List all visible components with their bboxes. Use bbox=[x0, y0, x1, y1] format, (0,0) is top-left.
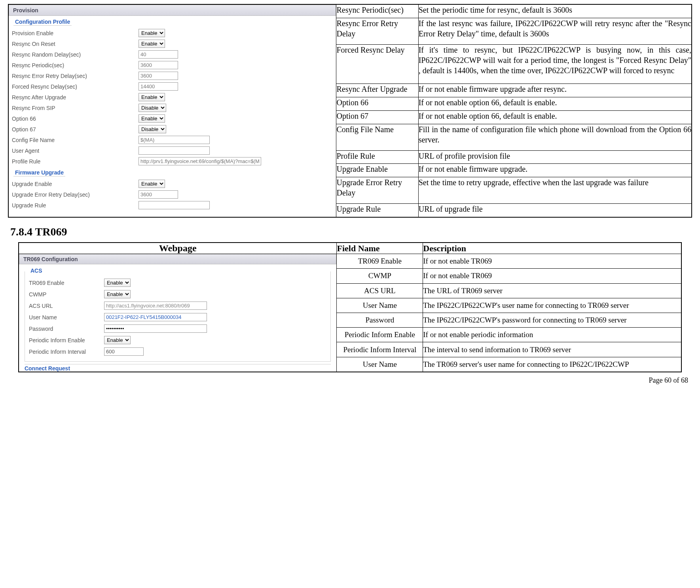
tr069-panel: TR069 Configuration ACS TR069 EnableEnab… bbox=[19, 254, 337, 372]
field-name-cell: Upgrade Rule bbox=[336, 204, 418, 218]
upgrade-rule-input[interactable] bbox=[138, 201, 210, 209]
description-cell: URL of profile provision file bbox=[418, 150, 692, 164]
resync-on-reset-select[interactable]: Enable bbox=[138, 40, 165, 48]
resync-random-delay-input[interactable] bbox=[138, 50, 178, 59]
user-agent-input[interactable] bbox=[138, 146, 210, 155]
description-cell: URL of upgrade file bbox=[418, 204, 692, 218]
field-name-cell: Periodic Inform Enable bbox=[337, 328, 423, 342]
tr069-table: Webpage Field Name Description TR069 Con… bbox=[18, 242, 682, 372]
provision-webpage-cell: Provision Configuration Profile Provisio… bbox=[8, 4, 336, 217]
upgrade-enable-label: Upgrade Enable bbox=[12, 180, 138, 188]
tr069-enable-select[interactable]: Enable bbox=[104, 279, 131, 287]
periodic-enable-select[interactable]: Enable bbox=[104, 336, 131, 344]
description-cell: The interval to send information to TR06… bbox=[423, 342, 681, 357]
field-name-cell: ACS URL bbox=[337, 283, 423, 298]
acs-legend: ACS bbox=[28, 267, 45, 274]
description-cell: If or not enable periodic information bbox=[423, 328, 681, 342]
provision-panel: Provision Configuration Profile Provisio… bbox=[9, 5, 336, 211]
resync-periodic-input[interactable] bbox=[138, 61, 178, 69]
password-input[interactable] bbox=[104, 324, 207, 333]
acs-section: ACS TR069 EnableEnable CWMPEnable ACS UR… bbox=[25, 271, 331, 362]
resync-error-retry-label: Resync Error Retry Delay(sec) bbox=[12, 72, 138, 80]
acs-url-input[interactable] bbox=[104, 302, 207, 310]
provision-table: Provision Configuration Profile Provisio… bbox=[8, 4, 692, 218]
resync-periodic-label: Resync Periodic(sec) bbox=[12, 62, 138, 69]
description-cell: If or not enable firmware upgrade. bbox=[418, 164, 692, 177]
field-name-cell: Profile Rule bbox=[336, 150, 418, 164]
field-name-cell: Resync Error Retry Delay bbox=[336, 18, 418, 45]
resync-random-delay-label: Resync Random Delay(sec) bbox=[12, 51, 138, 58]
field-name-cell: CWMP bbox=[337, 269, 423, 283]
upgrade-enable-select[interactable]: Enable bbox=[138, 180, 165, 188]
field-name-cell: User Name bbox=[337, 357, 423, 372]
upgrade-error-retry-input[interactable] bbox=[138, 190, 178, 199]
field-name-cell: Config File Name bbox=[336, 124, 418, 150]
section-heading: 7.8.4 TR069 bbox=[8, 226, 692, 238]
field-name-cell: User Name bbox=[337, 298, 423, 313]
periodic-interval-label: Periodic Inform Interval bbox=[29, 349, 104, 355]
config-file-name-label: Config File Name bbox=[12, 137, 138, 144]
field-name-cell: Option 67 bbox=[336, 110, 418, 124]
firmware-legend: Firmware Upgrade bbox=[13, 169, 65, 176]
resync-from-sip-select[interactable]: Disable bbox=[138, 104, 166, 112]
description-cell: If it's time to resync, but IP622C/IP622… bbox=[418, 44, 692, 83]
option66-label: Option 66 bbox=[12, 115, 138, 122]
password-label: Password bbox=[29, 326, 104, 332]
provision-enable-label: Provision Enable bbox=[12, 30, 138, 37]
option66-select[interactable]: Enable bbox=[138, 114, 165, 123]
field-name-cell: Forced Resync Delay bbox=[336, 44, 418, 83]
resync-after-upgrade-select[interactable]: Enable bbox=[138, 93, 165, 101]
connect-request-legend: Connect Request bbox=[25, 364, 331, 372]
cwmp-label: CWMP bbox=[29, 291, 104, 298]
description-cell: If or not enable option 66, default is e… bbox=[418, 110, 692, 124]
field-name-cell: Resync After Upgrade bbox=[336, 84, 418, 97]
profile-rule-input[interactable] bbox=[138, 157, 261, 165]
forced-resync-delay-label: Forced Resync Delay(sec) bbox=[12, 83, 138, 90]
periodic-interval-input[interactable] bbox=[104, 347, 144, 356]
description-cell: If the last resync was failure, IP622C/I… bbox=[418, 18, 692, 45]
resync-after-upgrade-label: Resync After Upgrade bbox=[12, 94, 138, 101]
field-name-cell: Password bbox=[337, 313, 423, 328]
page-footer: Page 60 of 68 bbox=[8, 372, 692, 385]
description-cell: If or not enable option 66, default is e… bbox=[418, 97, 692, 110]
resync-on-reset-label: Resync On Reset bbox=[12, 40, 138, 47]
config-profile-section: Configuration Profile Provision EnableEn… bbox=[12, 22, 333, 167]
config-profile-legend: Configuration Profile bbox=[13, 18, 72, 26]
provision-enable-select[interactable]: Enable bbox=[138, 29, 165, 37]
username-input[interactable] bbox=[104, 313, 207, 321]
field-name-cell: Option 66 bbox=[336, 97, 418, 110]
description-cell: If or not enable TR069 bbox=[423, 254, 681, 269]
field-header: Field Name bbox=[337, 243, 423, 254]
forced-resync-delay-input[interactable] bbox=[138, 82, 178, 91]
description-cell: Set the periodic time for resync, defaul… bbox=[418, 4, 692, 18]
field-name-cell: Periodic Inform Interval bbox=[337, 342, 423, 357]
resync-from-sip-label: Resync From SIP bbox=[12, 104, 138, 112]
profile-rule-label: Profile Rule bbox=[12, 158, 138, 165]
firmware-section: Firmware Upgrade Upgrade EnableEnable Up… bbox=[12, 173, 333, 211]
user-agent-label: User Agent bbox=[12, 147, 138, 154]
description-cell: The URL of TR069 server bbox=[423, 283, 681, 298]
description-cell: If or not enable firmware upgrade after … bbox=[418, 84, 692, 97]
description-cell: The IP622C/IP622CWP's password for conne… bbox=[423, 313, 681, 328]
resync-error-retry-input[interactable] bbox=[138, 72, 178, 80]
upgrade-error-retry-label: Upgrade Error Retry Delay(sec) bbox=[12, 191, 138, 198]
option67-select[interactable]: Disable bbox=[138, 125, 166, 133]
field-name-cell: Upgrade Enable bbox=[336, 164, 418, 177]
description-cell: The IP622C/IP622CWP's user name for conn… bbox=[423, 298, 681, 313]
webpage-header: Webpage bbox=[19, 243, 337, 254]
username-label: User Name bbox=[29, 314, 104, 321]
description-cell: Fill in the name of configuration file w… bbox=[418, 124, 692, 150]
option67-label: Option 67 bbox=[12, 126, 138, 133]
periodic-enable-label: Periodic Inform Enable bbox=[29, 337, 104, 343]
tr069-header: TR069 Configuration bbox=[19, 254, 337, 264]
config-file-name-input[interactable] bbox=[138, 136, 210, 144]
field-name-cell: TR069 Enable bbox=[337, 254, 423, 269]
field-name-cell: Upgrade Error Retry Delay bbox=[336, 177, 418, 204]
description-cell: If or not enable TR069 bbox=[423, 269, 681, 283]
description-cell: Set the time to retry upgrade, effective… bbox=[418, 177, 692, 204]
field-name-cell: Resync Periodic(sec) bbox=[336, 4, 418, 18]
tr069-enable-label: TR069 Enable bbox=[29, 280, 104, 286]
tr069-webpage-cell: TR069 Configuration ACS TR069 EnableEnab… bbox=[19, 254, 337, 372]
description-cell: The TR069 server's user name for connect… bbox=[423, 357, 681, 372]
cwmp-select[interactable]: Enable bbox=[104, 290, 131, 298]
